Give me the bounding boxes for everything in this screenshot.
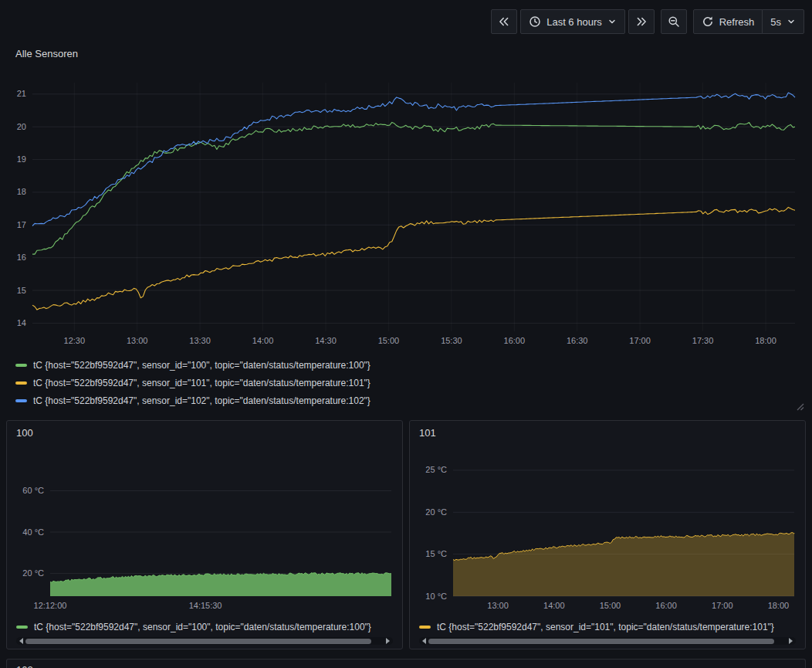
- chart-legend: tC {host="522bf9592d47", sensor_id="100"…: [15, 356, 800, 409]
- svg-text:15:30: 15:30: [441, 336, 462, 345]
- time-shift-back-button[interactable]: [491, 9, 517, 34]
- legend-item-sensor-101[interactable]: tC {host="522bf9592d47", sensor_id="101"…: [419, 619, 796, 635]
- svg-text:12:30: 12:30: [64, 336, 86, 345]
- refresh-icon: [702, 15, 714, 28]
- svg-text:21: 21: [17, 89, 26, 98]
- panel-row: 100 20 °C40 °C60 °C12:12:0014:15:30 tC {…: [6, 420, 806, 649]
- time-controls-toolbar: Last 6 hours Refresh 5s: [491, 9, 804, 34]
- svg-text:40 °C: 40 °C: [22, 527, 44, 537]
- legend-series-label: tC {host="522bf9592d47", sensor_id="102"…: [33, 395, 370, 406]
- panel-title: Alle Sensoren: [15, 48, 800, 59]
- refresh-interval-button[interactable]: 5s: [762, 9, 804, 34]
- time-picker-group: Last 6 hours: [491, 9, 655, 34]
- svg-text:15 °C: 15 °C: [425, 549, 447, 558]
- svg-text:14:00: 14:00: [252, 336, 274, 345]
- clock-icon: [529, 15, 541, 28]
- svg-text:20 °C: 20 °C: [22, 568, 44, 578]
- svg-text:15:00: 15:00: [600, 601, 621, 610]
- svg-text:19: 19: [17, 154, 26, 164]
- scroll-right-arrow-icon[interactable]: [789, 638, 793, 644]
- svg-text:20 °C: 20 °C: [425, 507, 447, 517]
- svg-text:12:12:00: 12:12:00: [34, 601, 67, 610]
- svg-text:14: 14: [17, 318, 26, 327]
- panel-title: 101: [419, 427, 796, 439]
- refresh-button[interactable]: Refresh: [693, 9, 763, 34]
- svg-text:15:00: 15:00: [378, 336, 400, 345]
- refresh-group: Refresh 5s: [693, 9, 804, 34]
- double-chevron-left-icon: [498, 15, 510, 28]
- svg-text:13:00: 13:00: [487, 601, 509, 610]
- legend-item-sensor-101[interactable]: tC {host="522bf9592d47", sensor_id="101"…: [15, 374, 800, 392]
- legend-item-sensor-100[interactable]: tC {host="522bf9592d47", sensor_id="100"…: [15, 356, 800, 374]
- horizontal-scrollbar[interactable]: [419, 637, 796, 645]
- legend-series-marker: [15, 399, 27, 402]
- legend-item-sensor-100[interactable]: tC {host="522bf9592d47", sensor_id="100"…: [16, 619, 393, 635]
- svg-text:17:00: 17:00: [712, 601, 733, 610]
- refresh-label: Refresh: [719, 16, 755, 28]
- timeseries-chart[interactable]: 141516171819202112:3013:0013:3014:0014:3…: [15, 72, 800, 351]
- panel-row: 102: [6, 659, 806, 668]
- legend-series-label: tC {host="522bf9592d47", sensor_id="101"…: [437, 622, 774, 632]
- svg-text:13:30: 13:30: [189, 336, 211, 345]
- svg-text:25 °C: 25 °C: [425, 465, 447, 474]
- legend-series-marker: [15, 381, 27, 385]
- chevron-down-icon: [607, 17, 617, 26]
- zoom-out-button[interactable]: [661, 9, 687, 34]
- svg-text:10 °C: 10 °C: [425, 592, 447, 601]
- svg-text:16:30: 16:30: [567, 336, 588, 345]
- svg-text:16:00: 16:00: [504, 336, 526, 345]
- chevron-down-icon: [787, 17, 796, 26]
- time-shift-forward-button[interactable]: [628, 9, 655, 34]
- svg-text:16: 16: [17, 253, 26, 262]
- legend-series-marker: [15, 364, 27, 367]
- svg-text:20: 20: [17, 122, 26, 131]
- scroll-right-arrow-icon[interactable]: [386, 638, 390, 644]
- svg-text:60 °C: 60 °C: [22, 486, 44, 495]
- panel-102: 102: [6, 659, 806, 668]
- refresh-interval-label: 5s: [770, 16, 781, 28]
- legend-series-label: tC {host="522bf9592d47", sensor_id="100"…: [34, 622, 371, 632]
- scroll-left-arrow-icon[interactable]: [422, 638, 426, 644]
- time-range-picker-button[interactable]: Last 6 hours: [520, 9, 625, 34]
- svg-text:15: 15: [17, 286, 26, 295]
- scrollbar-thumb[interactable]: [428, 639, 774, 644]
- scroll-left-arrow-icon[interactable]: [19, 638, 23, 644]
- double-chevron-right-icon: [635, 15, 648, 28]
- svg-text:14:15:30: 14:15:30: [189, 601, 222, 610]
- legend-series-marker: [419, 626, 431, 629]
- svg-text:17:30: 17:30: [692, 336, 714, 345]
- legend-series-label: tC {host="522bf9592d47", sensor_id="101"…: [33, 378, 370, 388]
- svg-text:14:00: 14:00: [543, 601, 565, 610]
- svg-text:16:00: 16:00: [655, 601, 677, 610]
- area-chart-100[interactable]: 20 °C40 °C60 °C12:12:0014:15:30: [16, 442, 393, 618]
- legend-item-sensor-102[interactable]: tC {host="522bf9592d47", sensor_id="102"…: [15, 392, 800, 409]
- svg-text:17: 17: [17, 220, 26, 229]
- panel-resize-handle[interactable]: [795, 402, 804, 411]
- horizontal-scrollbar[interactable]: [16, 637, 393, 645]
- panel-alle-sensoren: Alle Sensoren 141516171819202112:3013:00…: [6, 40, 806, 411]
- panel-title: 100: [16, 427, 393, 439]
- svg-text:18: 18: [17, 187, 26, 196]
- svg-text:18:00: 18:00: [755, 336, 776, 345]
- panel-100: 100 20 °C40 °C60 °C12:12:0014:15:30 tC {…: [6, 420, 403, 649]
- legend-series-label: tC {host="522bf9592d47", sensor_id="100"…: [33, 360, 370, 371]
- svg-text:14:30: 14:30: [315, 336, 337, 345]
- area-chart-101[interactable]: 10 °C15 °C20 °C25 °C13:0014:0015:0016:00…: [419, 442, 796, 618]
- panel-title: 102: [16, 664, 796, 668]
- svg-text:18:00: 18:00: [768, 601, 790, 610]
- legend-series-marker: [16, 626, 28, 629]
- panel-101: 101 10 °C15 °C20 °C25 °C13:0014:0015:001…: [409, 420, 806, 649]
- zoom-out-icon: [668, 15, 680, 28]
- time-range-label: Last 6 hours: [546, 16, 602, 28]
- svg-text:13:00: 13:00: [127, 336, 148, 345]
- svg-text:17:00: 17:00: [629, 336, 651, 345]
- scrollbar-thumb[interactable]: [25, 639, 371, 644]
